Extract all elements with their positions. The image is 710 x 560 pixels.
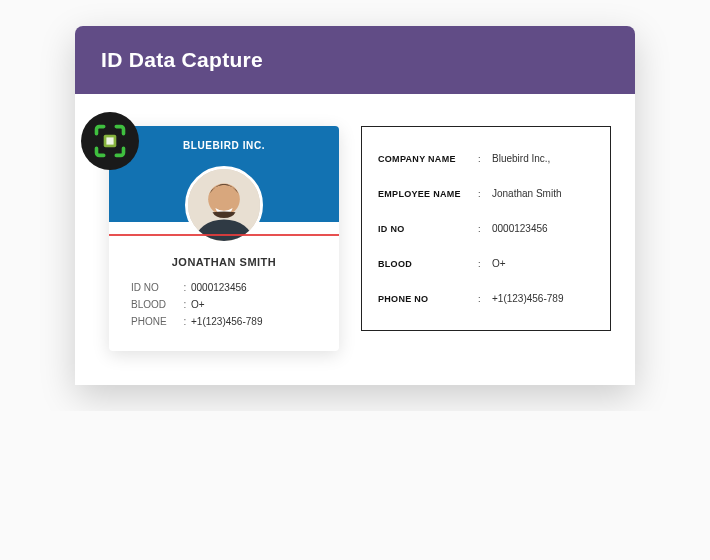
app-window: ID Data Capture BLUEBIR (75, 26, 635, 385)
output-value-phone: +1(123)456-789 (492, 293, 594, 304)
output-value-employee: Jonathan Smith (492, 188, 594, 199)
card-row-id: ID NO : 0000123456 (131, 282, 317, 293)
card-row-phone: PHONE : +1(123)456-789 (131, 316, 317, 327)
titlebar: ID Data Capture (75, 26, 635, 94)
output-value-id: 0000123456 (492, 223, 594, 234)
card-label-phone: PHONE (131, 316, 179, 327)
output-row-id: ID NO : 0000123456 (378, 211, 594, 246)
employee-name-on-card: JONATHAN SMITH (131, 256, 317, 268)
output-row-phone: PHONE NO : +1(123)456-789 (378, 281, 594, 316)
card-value-phone: +1(123)456-789 (191, 316, 317, 327)
card-label-blood: BLOOD (131, 299, 179, 310)
scan-icon (81, 112, 139, 170)
company-name-on-card: BLUEBIRD INC. (109, 126, 339, 151)
svg-point-4 (208, 183, 240, 215)
id-card-container: BLUEBIRD INC. JONATHAN SM (109, 126, 339, 351)
card-label-id: ID NO (131, 282, 179, 293)
output-row-blood: BLOOD : O+ (378, 246, 594, 281)
scan-line (109, 234, 339, 236)
output-value-blood: O+ (492, 258, 594, 269)
output-row-company: COMPANY NAME : Bluebird Inc., (378, 141, 594, 176)
extracted-data-panel: COMPANY NAME : Bluebird Inc., EMPLOYEE N… (361, 126, 611, 331)
output-label-company: COMPANY NAME (378, 154, 478, 164)
output-label-employee: EMPLOYEE NAME (378, 189, 478, 199)
card-row-blood: BLOOD : O+ (131, 299, 317, 310)
svg-rect-1 (106, 137, 113, 144)
output-row-employee: EMPLOYEE NAME : Jonathan Smith (378, 176, 594, 211)
output-label-phone: PHONE NO (378, 294, 478, 304)
output-label-id: ID NO (378, 224, 478, 234)
page-title: ID Data Capture (101, 48, 609, 72)
content-area: BLUEBIRD INC. JONATHAN SM (75, 94, 635, 385)
card-value-blood: O+ (191, 299, 317, 310)
id-card-header: BLUEBIRD INC. (109, 126, 339, 222)
card-value-id: 0000123456 (191, 282, 317, 293)
employee-avatar (185, 166, 263, 244)
id-card: BLUEBIRD INC. JONATHAN SM (109, 126, 339, 351)
output-value-company: Bluebird Inc., (492, 153, 594, 164)
output-label-blood: BLOOD (378, 259, 478, 269)
